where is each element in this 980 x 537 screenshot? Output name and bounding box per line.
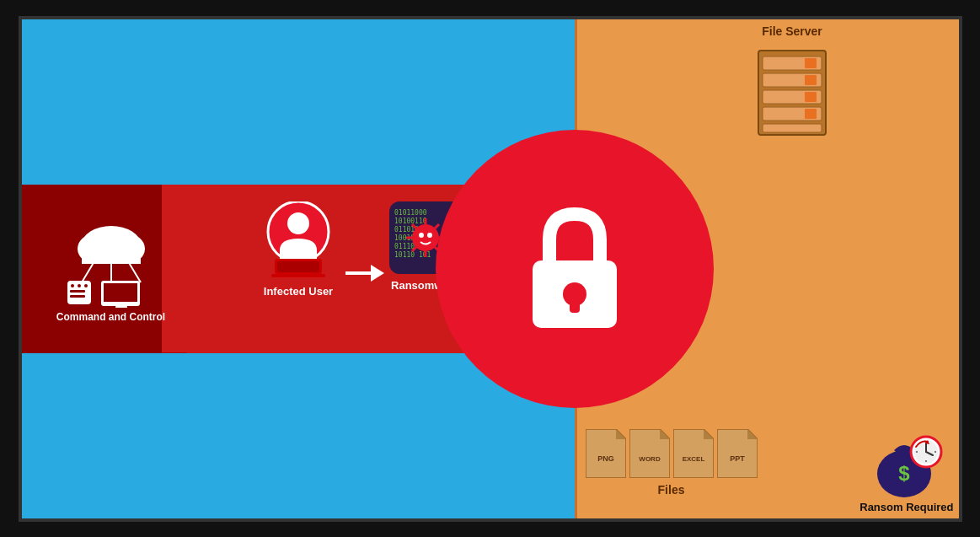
ransom-container: $ Ransom Required <box>860 423 953 513</box>
ransom-bag-icon: $ <box>869 423 945 499</box>
svg-point-54 <box>78 284 81 287</box>
svg-rect-35 <box>570 294 580 313</box>
ransom-label: Ransom Required <box>860 501 953 513</box>
mid-arrow2-head <box>371 265 384 282</box>
svg-marker-17 <box>704 429 714 439</box>
command-control-icon <box>61 215 162 308</box>
svg-point-83 <box>427 233 432 238</box>
files-label: Files <box>658 483 685 497</box>
svg-text:$: $ <box>898 462 910 485</box>
excel-file: EXCEL <box>673 429 714 478</box>
command-control-container: Command and Control <box>27 193 195 345</box>
svg-rect-57 <box>70 295 85 298</box>
svg-rect-2 <box>805 58 817 68</box>
word-file-icon: WORD <box>629 429 670 478</box>
svg-rect-60 <box>115 306 127 308</box>
svg-point-82 <box>419 233 424 238</box>
svg-rect-4 <box>805 75 817 85</box>
files-row: PNG WORD EXCEL <box>586 429 758 478</box>
svg-rect-64 <box>277 261 319 272</box>
svg-text:WORD: WORD <box>639 455 661 463</box>
command-control-label: Command and Control <box>56 311 165 323</box>
infected-user-container: Infected User <box>263 201 335 298</box>
word-file: WORD <box>629 429 670 478</box>
svg-rect-59 <box>104 283 137 302</box>
svg-marker-20 <box>747 429 758 439</box>
ppt-file: PPT <box>717 429 758 478</box>
files-container: PNG WORD EXCEL <box>586 429 758 497</box>
svg-text:PPT: PPT <box>730 454 745 463</box>
svg-line-49 <box>82 261 94 282</box>
infected-user-label: Infected User <box>264 285 333 298</box>
png-file: PNG <box>586 429 626 478</box>
svg-rect-9 <box>763 124 822 132</box>
svg-point-53 <box>71 284 74 287</box>
big-red-circle <box>436 130 714 408</box>
svg-text:EXCEL: EXCEL <box>682 455 704 463</box>
svg-rect-8 <box>805 109 817 119</box>
svg-rect-65 <box>271 274 325 277</box>
svg-rect-6 <box>805 92 817 102</box>
lock-icon-large <box>520 206 629 332</box>
ppt-file-icon: PPT <box>717 429 758 478</box>
svg-text:10100110: 10100110 <box>394 217 427 225</box>
file-server-container: File Server <box>754 24 830 139</box>
server-rack-icon <box>754 46 830 139</box>
svg-text:01011000: 01011000 <box>394 209 427 217</box>
svg-line-51 <box>128 261 141 282</box>
main-diagram: File Server <box>19 16 962 522</box>
infected-user-icon <box>263 201 335 282</box>
file-server-label: File Server <box>762 24 822 38</box>
svg-point-55 <box>84 284 88 287</box>
svg-marker-11 <box>616 429 626 439</box>
excel-file-icon: EXCEL <box>673 429 714 478</box>
mid-arrow2 <box>345 265 384 282</box>
svg-point-62 <box>287 212 309 234</box>
svg-text:PNG: PNG <box>597 454 614 463</box>
svg-rect-56 <box>70 290 85 293</box>
svg-marker-14 <box>660 429 670 439</box>
mid-arrow2-line <box>345 271 371 275</box>
png-file-icon: PNG <box>586 429 626 478</box>
